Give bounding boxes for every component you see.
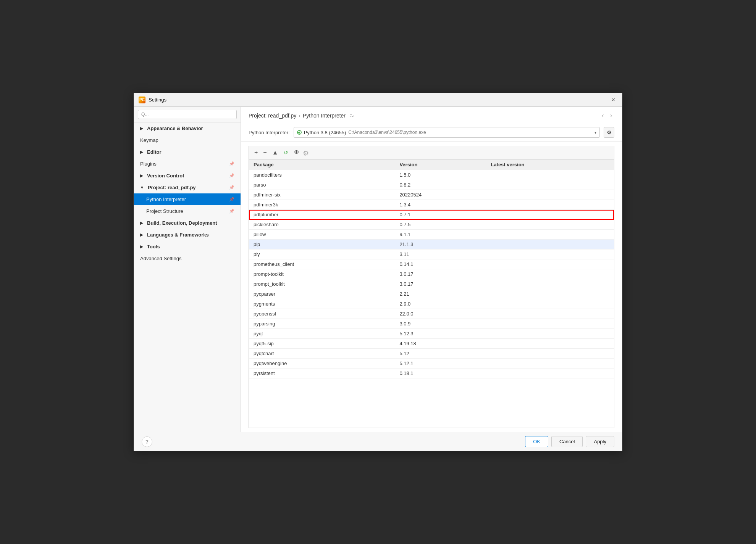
package-name-cell: pip	[249, 240, 395, 249]
add-package-button[interactable]: +	[252, 148, 260, 157]
sidebar-item-python-interpreter[interactable]: Python Interpreter 📌	[134, 193, 241, 205]
pin-icon-vc: 📌	[229, 173, 234, 178]
breadcrumb: Project: read_pdf.py › Python Interprete…	[249, 113, 354, 119]
table-row[interactable]: pickleshare0.7.5	[249, 220, 614, 230]
package-latest-cell	[486, 200, 614, 210]
package-version-cell: 0.7.5	[395, 220, 486, 230]
interpreter-status-dot	[297, 130, 302, 135]
package-latest-cell	[486, 299, 614, 309]
package-name-cell: pyrsistent	[249, 369, 395, 378]
package-version-cell: 0.7.1	[395, 210, 486, 220]
package-version-cell: 2.21	[395, 289, 486, 299]
loading-icon: ⚙	[303, 149, 309, 158]
main-header: Project: read_pdf.py › Python Interprete…	[241, 107, 622, 123]
col-header-package: Package	[249, 159, 395, 170]
package-latest-cell	[486, 329, 614, 339]
table-row[interactable]: prompt-toolkit3.0.17	[249, 269, 614, 279]
table-row[interactable]: pandocfilters1.5.0	[249, 170, 614, 180]
nav-back-button[interactable]: ‹	[599, 111, 606, 120]
title-bar-left: PC Settings	[139, 97, 166, 103]
sidebar-item-plugins[interactable]: Plugins 📌	[134, 158, 241, 170]
packages-toolbar: + − ▲ ↺ 👁 ⚙	[249, 146, 614, 159]
package-latest-cell	[486, 170, 614, 180]
ok-button[interactable]: OK	[525, 436, 548, 447]
expand-arrow-appearance: ▶	[140, 126, 143, 130]
breadcrumb-separator: ›	[299, 113, 300, 119]
packages-table: Package Version Latest version pandocfil…	[249, 159, 614, 428]
search-input[interactable]	[138, 110, 237, 119]
table-row[interactable]: prometheus_client0.14.1	[249, 259, 614, 269]
nav-arrows: ‹ ›	[599, 111, 614, 120]
package-name-cell: pycparser	[249, 289, 395, 299]
sidebar-item-editor[interactable]: ▶ Editor	[134, 146, 241, 158]
table-row[interactable]: pycparser2.21	[249, 289, 614, 299]
pin-icon-structure: 📌	[229, 209, 234, 214]
dialog-title: Settings	[149, 97, 166, 103]
package-latest-cell	[486, 230, 614, 240]
interpreter-path: C:\Anaconda3\envs\24655\python.exe	[348, 130, 426, 135]
package-version-cell: 9.1.1	[395, 230, 486, 240]
eye-button[interactable]: 👁	[291, 148, 302, 157]
package-name-cell: pyqt5-sip	[249, 339, 395, 349]
interpreter-selector[interactable]: Python 3.8 (24655) C:\Anaconda3\envs\246…	[294, 127, 600, 138]
remove-package-button[interactable]: −	[261, 148, 269, 157]
package-version-cell: 21.1.3	[395, 240, 486, 249]
refresh-packages-button[interactable]: ↺	[281, 149, 291, 156]
package-version-cell: 2.9.0	[395, 299, 486, 309]
table-row[interactable]: pillow9.1.1	[249, 230, 614, 240]
table-row[interactable]: parso0.8.2	[249, 180, 614, 190]
table-row[interactable]: pyopenssl22.0.0	[249, 309, 614, 319]
table-row[interactable]: pyqtwebengine5.12.1	[249, 359, 614, 369]
dialog-footer: ? OK Cancel Apply	[134, 432, 622, 451]
sidebar-item-tools[interactable]: ▶ Tools	[134, 241, 241, 253]
sidebar-item-project[interactable]: ▼ Project: read_pdf.py 📌	[134, 182, 241, 193]
table-row[interactable]: prompt_toolkit3.0.17	[249, 279, 614, 289]
package-name-cell: pyqtchart	[249, 349, 395, 359]
expand-arrow-build: ▶	[140, 221, 143, 225]
expand-arrow-tools: ▶	[140, 245, 143, 249]
interpreter-name: Python 3.8 (24655)	[304, 130, 346, 135]
table-row[interactable]: pyqt5-sip4.19.18	[249, 339, 614, 349]
package-name-cell: pdfminer-six	[249, 190, 395, 200]
package-version-cell: 3.11	[395, 249, 486, 259]
package-latest-cell	[486, 180, 614, 190]
package-version-cell: 1.3.4	[395, 200, 486, 210]
package-name-cell: pickleshare	[249, 220, 395, 230]
table-row[interactable]: pdfminer-six20220524	[249, 190, 614, 200]
interpreter-label: Python Interpreter:	[249, 130, 290, 135]
table-row[interactable]: pip21.1.3	[249, 240, 614, 249]
table-row[interactable]: pdfminer3k1.3.4	[249, 200, 614, 210]
sidebar-item-languages[interactable]: ▶ Languages & Frameworks	[134, 229, 241, 241]
col-header-version: Version	[395, 159, 486, 170]
up-package-button[interactable]: ▲	[270, 148, 281, 157]
package-name-cell: pyqt	[249, 329, 395, 339]
table-row[interactable]: pyqt5.12.3	[249, 329, 614, 339]
package-latest-cell	[486, 240, 614, 249]
pin-icon-interpreter: 📌	[229, 197, 234, 202]
sidebar-item-appearance[interactable]: ▶ Appearance & Behavior	[134, 122, 241, 134]
sidebar-item-project-structure[interactable]: Project Structure 📌	[134, 205, 241, 217]
package-name-cell: pygments	[249, 299, 395, 309]
sidebar-item-version-control[interactable]: ▶ Version Control 📌	[134, 170, 241, 182]
expand-arrow-project: ▼	[140, 185, 144, 190]
close-button[interactable]: ×	[609, 96, 617, 104]
sidebar-item-keymap[interactable]: Keymap	[134, 134, 241, 146]
nav-forward-button[interactable]: ›	[608, 111, 614, 120]
package-latest-cell	[486, 210, 614, 220]
apply-button[interactable]: Apply	[586, 436, 614, 447]
table-row[interactable]: pdfplumber0.7.1	[249, 210, 614, 220]
sidebar-item-build[interactable]: ▶ Build, Execution, Deployment	[134, 217, 241, 229]
package-latest-cell	[486, 359, 614, 369]
help-button[interactable]: ?	[142, 436, 152, 447]
settings-dialog: PC Settings × ▶ Appearance & Behavior Ke…	[134, 93, 622, 451]
table-row[interactable]: pyparsing3.0.9	[249, 319, 614, 329]
table-row[interactable]: ply3.11	[249, 249, 614, 259]
table-row[interactable]: pygments2.9.0	[249, 299, 614, 309]
table-row[interactable]: pyrsistent0.18.1	[249, 369, 614, 378]
package-name-cell: prompt-toolkit	[249, 269, 395, 279]
package-version-cell: 3.0.9	[395, 319, 486, 329]
interpreter-settings-button[interactable]: ⚙	[604, 127, 614, 138]
table-row[interactable]: pyqtchart5.12	[249, 349, 614, 359]
sidebar-item-advanced[interactable]: Advanced Settings	[134, 253, 241, 264]
cancel-button[interactable]: Cancel	[551, 436, 583, 447]
